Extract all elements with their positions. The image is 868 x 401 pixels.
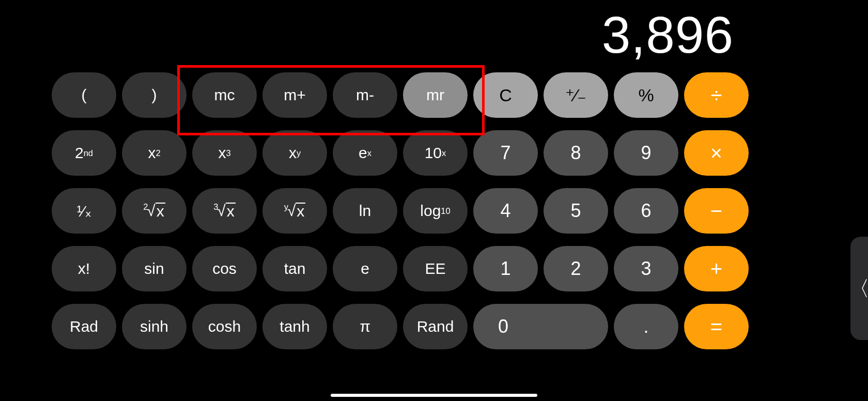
percent-button[interactable]: % (614, 72, 678, 118)
one-button[interactable]: 1 (473, 246, 538, 291)
e-button[interactable]: e (333, 246, 397, 291)
ten-power-x-button[interactable]: 10x (403, 130, 468, 176)
tanh-button[interactable]: tanh (262, 304, 327, 349)
four-button[interactable]: 4 (473, 188, 538, 234)
decimal-button[interactable]: . (614, 304, 678, 349)
five-button[interactable]: 5 (544, 188, 608, 234)
divide-button[interactable]: ÷ (684, 72, 749, 118)
yroot-button[interactable]: y√x (262, 188, 327, 234)
eight-button[interactable]: 8 (544, 130, 608, 176)
plus-button[interactable]: + (684, 246, 749, 291)
chevron-left-icon: 〈 (849, 274, 868, 303)
tan-button[interactable]: tan (262, 246, 327, 291)
three-button[interactable]: 3 (614, 246, 678, 291)
equals-button[interactable]: = (684, 304, 749, 349)
second-button[interactable]: 2nd (52, 130, 116, 176)
reciprocal-button[interactable]: ¹⁄ₓ (52, 188, 116, 234)
nine-button[interactable]: 9 (614, 130, 678, 176)
sinh-button[interactable]: sinh (122, 304, 187, 349)
cosh-button[interactable]: cosh (192, 304, 257, 349)
zero-button[interactable]: 0 (473, 304, 608, 349)
x-squared-button[interactable]: x2 (122, 130, 187, 176)
cbrt-button[interactable]: 3√x (192, 188, 257, 234)
two-button[interactable]: 2 (544, 246, 608, 291)
pi-button[interactable]: π (333, 304, 397, 349)
rand-button[interactable]: Rand (403, 304, 468, 349)
paren-close-button[interactable]: ) (122, 72, 187, 118)
sqrt-button[interactable]: 2√x (122, 188, 187, 234)
cos-button[interactable]: cos (192, 246, 257, 291)
six-button[interactable]: 6 (614, 188, 678, 234)
x-power-y-button[interactable]: xy (262, 130, 327, 176)
m-minus-button[interactable]: m- (333, 72, 397, 118)
ee-button[interactable]: EE (403, 246, 468, 291)
sin-button[interactable]: sin (122, 246, 187, 291)
seven-button[interactable]: 7 (473, 130, 538, 176)
display-value: 3,896 (114, 5, 734, 65)
home-indicator[interactable] (331, 394, 537, 397)
m-plus-button[interactable]: m+ (262, 72, 327, 118)
button-grid: ()mcm+m-mrC⁺∕₋%÷2ndx2x3xyex10x789×¹⁄ₓ2√x… (52, 72, 749, 349)
side-handle[interactable]: 〈 (850, 237, 868, 340)
mr-button[interactable]: mr (403, 72, 468, 118)
paren-open-button[interactable]: ( (52, 72, 116, 118)
log10-button[interactable]: log10 (403, 188, 468, 234)
clear-button[interactable]: C (473, 72, 538, 118)
mc-button[interactable]: mc (192, 72, 257, 118)
minus-button[interactable]: − (684, 188, 749, 234)
sign-button[interactable]: ⁺∕₋ (544, 72, 608, 118)
rad-button[interactable]: Rad (52, 304, 116, 349)
calculator-app: 3,896 ()mcm+m-mrC⁺∕₋%÷2ndx2x3xyex10x789×… (0, 0, 868, 401)
x-cubed-button[interactable]: x3 (192, 130, 257, 176)
multiply-button[interactable]: × (684, 130, 749, 176)
e-power-x-button[interactable]: ex (333, 130, 397, 176)
ln-button[interactable]: ln (333, 188, 397, 234)
factorial-button[interactable]: x! (52, 246, 116, 291)
